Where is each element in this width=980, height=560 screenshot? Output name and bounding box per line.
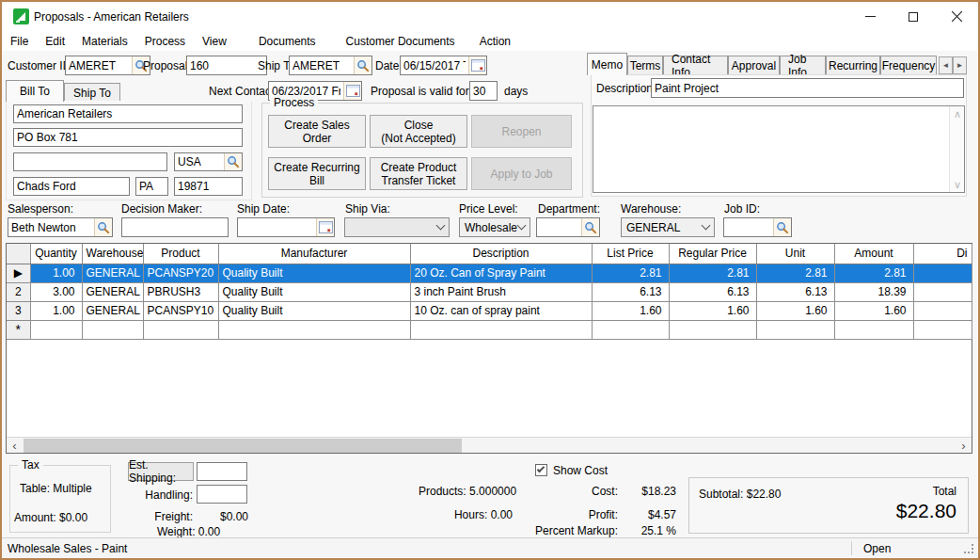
scroll-down-icon[interactable]: ∨ xyxy=(950,177,965,192)
cell-discount[interactable] xyxy=(913,320,972,339)
handling-field[interactable] xyxy=(197,485,247,504)
customer-id-input[interactable] xyxy=(66,59,132,72)
cell-manufacturer[interactable]: Quality Built xyxy=(218,282,410,301)
minimize-button[interactable] xyxy=(848,2,892,31)
cell-discount[interactable] xyxy=(913,264,972,282)
ship-date-picker-button[interactable] xyxy=(316,218,334,236)
department-input[interactable] xyxy=(537,221,581,234)
col-warehouse[interactable]: Warehouse xyxy=(82,244,143,264)
cell-amount[interactable]: 18.39 xyxy=(834,282,913,301)
col-list-price[interactable]: List Price xyxy=(592,244,669,264)
cell-manufacturer[interactable]: Quality Built xyxy=(218,301,410,320)
job-id-input[interactable] xyxy=(724,221,773,234)
cell-unit[interactable]: 6.13 xyxy=(756,282,834,301)
bill-to-city-field[interactable] xyxy=(13,177,130,196)
bill-to-state-field[interactable] xyxy=(135,177,168,196)
maximize-button[interactable] xyxy=(892,2,935,31)
ship-via-combo[interactable] xyxy=(344,217,450,237)
country-lookup-button[interactable] xyxy=(224,153,242,170)
cell-manufacturer[interactable] xyxy=(218,320,410,339)
create-recurring-bill-button[interactable]: Create Recurring Bill xyxy=(268,157,366,190)
row-marker[interactable]: 2 xyxy=(7,282,30,301)
bill-to-address2-input[interactable] xyxy=(14,155,166,168)
cell-unit[interactable] xyxy=(756,320,834,339)
tab-approval[interactable]: Approval xyxy=(728,56,780,75)
decision-maker-field[interactable] xyxy=(121,217,229,237)
col-quantity[interactable]: Quantity xyxy=(30,244,82,264)
cell-description[interactable]: 20 Oz. Can of Spray Paint xyxy=(410,264,592,282)
table-row[interactable]: ▶ 1.00 GENERAL PCANSPY20 Quality Built 2… xyxy=(7,264,972,282)
cell-amount[interactable] xyxy=(834,320,913,339)
bill-to-name-input[interactable] xyxy=(14,107,242,120)
row-marker[interactable]: ▶ xyxy=(7,264,30,282)
salesperson-lookup-button[interactable] xyxy=(94,218,112,236)
cell-warehouse[interactable]: GENERAL xyxy=(82,301,143,320)
tab-recurring[interactable]: Recurring xyxy=(826,56,880,75)
est-shipping-input[interactable] xyxy=(198,465,246,478)
proposal-input[interactable] xyxy=(187,59,266,72)
tab-job-info[interactable]: Job Info xyxy=(780,56,826,75)
menu-file[interactable]: File xyxy=(2,33,37,50)
ship-to-field[interactable] xyxy=(289,56,372,75)
menu-action[interactable]: Action xyxy=(471,33,519,50)
col-unit[interactable]: Unit xyxy=(756,244,834,264)
cell-discount[interactable] xyxy=(913,301,972,320)
description-field[interactable] xyxy=(651,78,964,98)
proposal-field[interactable] xyxy=(186,56,267,75)
bill-to-address1-input[interactable] xyxy=(14,131,242,144)
est-shipping-field[interactable] xyxy=(197,462,247,481)
scroll-left-button[interactable]: ‹ xyxy=(7,438,23,453)
tab-frequency[interactable]: Frequency xyxy=(880,56,937,75)
cell-regular-price[interactable]: 2.81 xyxy=(669,264,756,282)
cell-description[interactable] xyxy=(410,320,592,339)
cell-regular-price[interactable]: 1.60 xyxy=(669,301,756,320)
col-description[interactable]: Description xyxy=(410,244,592,264)
bill-to-country-field[interactable] xyxy=(174,152,243,171)
resize-grip-icon[interactable] xyxy=(972,552,973,553)
cell-list-price[interactable]: 6.13 xyxy=(592,282,669,301)
create-product-transfer-ticket-button[interactable]: Create Product Transfer Ticket xyxy=(370,157,467,190)
tab-terms[interactable]: Terms xyxy=(627,56,663,75)
salesperson-input[interactable] xyxy=(8,221,94,234)
table-row[interactable]: 2 3.00 GENERAL PBRUSH3 Quality Built 3 i… xyxy=(7,282,972,301)
bill-to-city-input[interactable] xyxy=(14,180,129,193)
close-not-accepted-button[interactable]: Close (Not Accepted) xyxy=(370,115,467,148)
valid-days-input[interactable] xyxy=(470,85,497,98)
cell-amount[interactable]: 1.60 xyxy=(834,301,913,320)
bill-to-state-input[interactable] xyxy=(136,180,167,193)
ship-date-input[interactable] xyxy=(238,221,316,234)
col-amount[interactable]: Amount xyxy=(834,244,913,264)
scroll-right-button[interactable]: › xyxy=(956,438,972,453)
ship-to-lookup-button[interactable] xyxy=(354,56,371,74)
cell-product[interactable]: PCANSPY10 xyxy=(143,301,218,320)
menu-edit[interactable]: Edit xyxy=(37,33,73,50)
scrollbar-thumb[interactable] xyxy=(24,439,462,453)
tab-scroll-right-button[interactable]: ► xyxy=(953,56,967,74)
apply-to-job-button[interactable]: Apply to Job xyxy=(471,157,572,190)
department-lookup-button[interactable] xyxy=(581,218,599,236)
cell-amount[interactable]: 2.81 xyxy=(834,264,913,282)
col-product[interactable]: Product xyxy=(143,244,218,264)
menu-process[interactable]: Process xyxy=(136,33,194,50)
col-manufacturer[interactable]: Manufacturer xyxy=(218,244,410,264)
memo-body-input[interactable] xyxy=(593,106,949,192)
date-field[interactable] xyxy=(400,56,487,75)
cell-product[interactable]: PBRUSH3 xyxy=(143,282,218,301)
valid-days-field[interactable] xyxy=(469,81,498,101)
menu-materials[interactable]: Materials xyxy=(73,33,136,50)
department-field[interactable] xyxy=(536,217,600,237)
table-row[interactable]: 3 1.00 GENERAL PCANSPY10 Quality Built 1… xyxy=(7,301,972,320)
date-picker-button[interactable] xyxy=(468,56,486,74)
cell-unit[interactable]: 1.60 xyxy=(756,301,834,320)
ship-to-input[interactable] xyxy=(290,59,354,72)
cell-regular-price[interactable] xyxy=(669,320,756,339)
handling-input[interactable] xyxy=(198,488,246,501)
tab-bill-to[interactable]: Bill To xyxy=(6,80,64,102)
scroll-up-icon[interactable]: ∧ xyxy=(950,106,965,121)
tab-contact-info[interactable]: Contact Info xyxy=(663,56,728,75)
bill-to-zip-input[interactable] xyxy=(175,180,242,193)
cell-quantity[interactable] xyxy=(30,320,82,339)
cell-warehouse[interactable] xyxy=(82,320,143,339)
reopen-button[interactable]: Reopen xyxy=(471,115,572,148)
tab-memo[interactable]: Memo xyxy=(587,53,627,75)
